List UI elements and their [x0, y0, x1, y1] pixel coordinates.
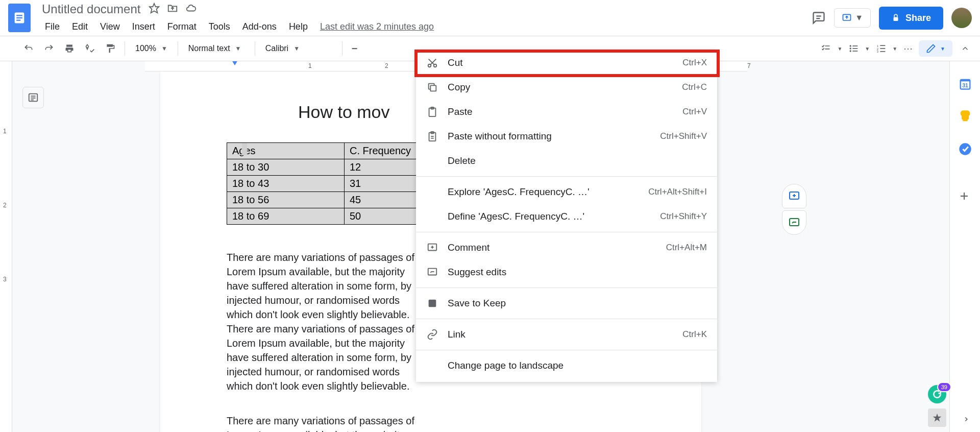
svg-point-36 [434, 64, 437, 67]
svg-text:3: 3 [877, 50, 878, 53]
paragraph[interactable]: There are many variations of passages of… [227, 250, 421, 393]
more-button[interactable]: ⋯ [899, 40, 917, 57]
ctx-delete[interactable]: Delete [416, 149, 717, 173]
ctx-comment[interactable]: Comment Ctrl+Alt+M [416, 235, 717, 260]
svg-rect-18 [880, 48, 886, 49]
svg-rect-20 [880, 51, 886, 52]
ctx-landscape[interactable]: Change page to landscape [416, 353, 717, 378]
svg-point-35 [428, 64, 431, 67]
calendar-icon[interactable]: 31 [958, 77, 972, 91]
menu-insert[interactable]: Insert [127, 18, 160, 35]
svg-marker-4 [150, 3, 159, 12]
font-size-minus[interactable]: − [348, 40, 362, 58]
text-cursor [242, 143, 247, 155]
bullet-list-button[interactable] [844, 40, 863, 57]
ctx-paste[interactable]: Paste Ctrl+V [416, 100, 717, 124]
move-icon[interactable] [167, 3, 178, 16]
grammarly-icon[interactable]: 39 [928, 385, 946, 403]
redo-button[interactable] [40, 40, 58, 57]
vertical-ruler: 1 2 3 [0, 61, 12, 432]
ctx-keep[interactable]: Save to Keep [416, 291, 717, 316]
keep-icon[interactable] [958, 109, 972, 124]
comment-icon [426, 242, 438, 254]
paragraph[interactable]: There are many variations of passages of… [227, 414, 421, 432]
menu-file[interactable]: File [40, 18, 65, 35]
menu-edit[interactable]: Edit [67, 18, 93, 35]
svg-rect-10 [853, 45, 858, 46]
present-button[interactable]: ▼ [834, 8, 871, 28]
side-panel: 31 [949, 61, 980, 432]
copy-icon [426, 81, 438, 93]
data-table[interactable]: AgesC. Frequency 18 to 3012 18 to 4331 1… [227, 142, 419, 225]
ctx-copy[interactable]: Copy Ctrl+C [416, 75, 717, 100]
svg-point-11 [850, 47, 851, 49]
style-select[interactable]: Normal text▼ [183, 42, 250, 55]
grammarly-count: 39 [937, 382, 951, 392]
menubar: File Edit View Insert Format Tools Add-o… [40, 18, 812, 35]
paste-nf-icon [426, 130, 438, 142]
svg-point-9 [850, 45, 851, 46]
side-collapse-icon[interactable] [963, 416, 970, 425]
svg-text:31: 31 [962, 82, 968, 88]
ctx-link[interactable]: Link Ctrl+K [416, 322, 717, 347]
numbered-list-button[interactable]: 123 [872, 40, 890, 57]
svg-rect-3 [16, 20, 20, 21]
svg-rect-14 [853, 51, 858, 52]
svg-rect-37 [430, 85, 436, 91]
add-comment-button[interactable] [782, 184, 806, 208]
cut-icon [426, 57, 438, 69]
menu-format[interactable]: Format [162, 18, 202, 35]
svg-point-13 [850, 50, 851, 52]
docs-logo[interactable] [8, 4, 31, 32]
context-menu: Cut Ctrl+X Copy Ctrl+C Paste Ctrl+V Past… [416, 51, 717, 382]
avatar[interactable] [951, 8, 972, 28]
ctx-cut[interactable]: Cut Ctrl+X [416, 51, 717, 75]
float-actions [782, 184, 806, 235]
share-button[interactable]: Share [879, 7, 943, 30]
edit-mode-button[interactable]: ▼ [919, 40, 952, 57]
font-select[interactable]: Calibri▼ [260, 42, 337, 55]
svg-rect-48 [429, 300, 436, 307]
suggest-edits-button[interactable] [782, 210, 806, 235]
ctx-paste-nf[interactable]: Paste without formatting Ctrl+Shift+V [416, 124, 717, 149]
svg-rect-12 [853, 48, 858, 49]
link-icon [426, 328, 438, 341]
collapse-button[interactable] [957, 41, 974, 56]
undo-button[interactable] [19, 40, 38, 57]
add-icon[interactable] [958, 190, 972, 204]
ctx-explore[interactable]: Explore 'AgesC. FrequencyC. …' Ctrl+Alt+… [416, 180, 717, 204]
header-right: ▼ Share [812, 7, 972, 30]
doc-title[interactable]: Untitled document [40, 1, 142, 17]
menu-view[interactable]: View [95, 18, 125, 35]
paste-icon [426, 106, 438, 118]
cloud-icon[interactable] [185, 3, 197, 16]
header: Untitled document File Edit View Insert … [0, 0, 980, 36]
svg-rect-1 [16, 15, 22, 16]
title-area: Untitled document File Edit View Insert … [40, 1, 812, 35]
ctx-define[interactable]: Define 'AgesC. FrequencyC. …' Ctrl+Shift… [416, 204, 717, 229]
bottom-badges: 39 [928, 385, 946, 427]
ctx-suggest[interactable]: Suggest edits [416, 260, 717, 284]
menu-help[interactable]: Help [284, 18, 313, 35]
suggest-icon [426, 266, 438, 278]
comments-icon[interactable] [812, 11, 826, 25]
zoom-select[interactable]: 100%▼ [130, 42, 173, 55]
tasks-icon[interactable] [958, 142, 972, 156]
share-label: Share [905, 13, 931, 23]
paint-format-button[interactable] [101, 40, 119, 57]
svg-rect-16 [880, 45, 886, 46]
svg-rect-8 [893, 17, 898, 21]
checklist-button[interactable] [817, 40, 835, 57]
svg-rect-2 [16, 17, 22, 18]
menu-tools[interactable]: Tools [204, 18, 235, 35]
print-button[interactable] [60, 40, 79, 57]
keep-save-icon [426, 297, 438, 309]
menu-addons[interactable]: Add-ons [237, 18, 282, 35]
explore-button[interactable] [928, 409, 946, 427]
last-edit[interactable]: Last edit was 2 minutes ago [315, 18, 439, 35]
indent-marker[interactable] [232, 61, 238, 65]
spellcheck-button[interactable] [81, 40, 99, 57]
star-icon[interactable] [149, 3, 160, 16]
